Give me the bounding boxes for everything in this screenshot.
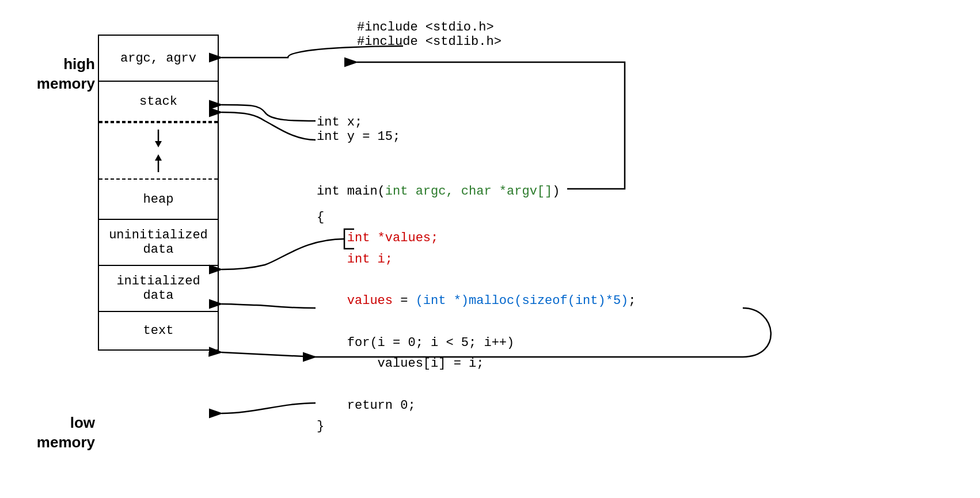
malloc-to-uninit-arrow (222, 352, 316, 357)
heap-section: heap (99, 180, 218, 220)
for-to-initialized-arrow (222, 403, 316, 413)
svg-marker-3 (155, 154, 162, 161)
up-arrow-icon (150, 153, 167, 173)
argc-argv-section: argc, agrv (99, 36, 218, 82)
text-section: text (99, 312, 218, 349)
memory-diagram: argc, agrv stack heap uninitializeddata (98, 35, 219, 351)
code-main-signature: int main(int argc, char *argv[]) (317, 184, 560, 199)
uninitialized-section: uninitializeddata (99, 220, 218, 266)
code-globals: int x; int y = 15; (317, 115, 400, 144)
svg-marker-1 (155, 141, 162, 147)
low-memory-label: lowmemory (32, 413, 95, 453)
int-y-to-stack-arrow (222, 112, 316, 140)
high-memory-label: highmemory (32, 55, 95, 94)
code-main-body: { int *values; int i; values = (int *)ma… (317, 207, 636, 437)
stack-heap-gap (99, 122, 218, 180)
main-diagram: highmemory lowmemory argc, agrv stack (0, 0, 980, 498)
stack-section: stack (99, 82, 218, 122)
code-includes: #include <stdio.h> #include <stdlib.h> (357, 20, 502, 49)
down-arrow-icon (150, 128, 167, 149)
int-x-to-stack-arrow (222, 105, 316, 121)
initialized-section: initializeddata (99, 266, 218, 312)
malloc-to-heap-arrow (222, 304, 316, 308)
